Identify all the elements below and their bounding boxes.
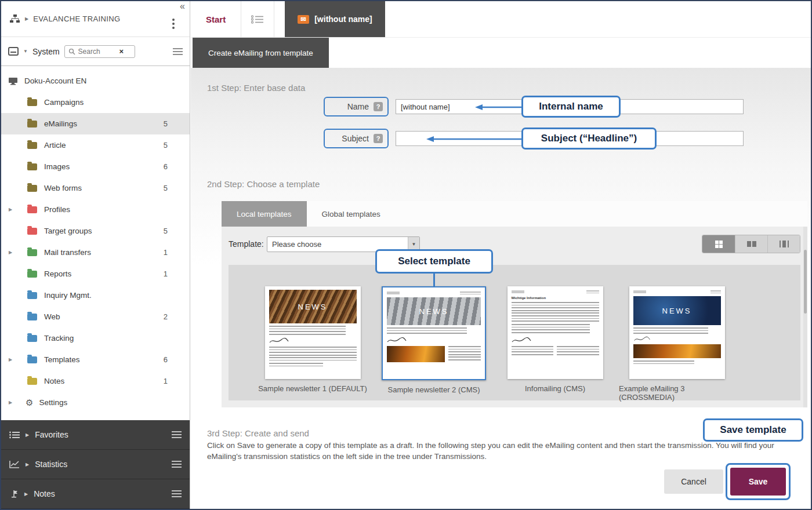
tree-item-templates[interactable]: ▶ Templates 6 xyxy=(1,349,190,370)
tree-item-label: Inquiry Mgmt. xyxy=(44,291,92,300)
template-card-infomailing[interactable]: Wichtige Information xyxy=(507,286,603,379)
sub-tab-bar: Create eMailing from template xyxy=(191,38,811,68)
name-label: Name xyxy=(347,102,369,111)
logo-placeholder xyxy=(633,290,646,293)
kebab-menu-icon[interactable] xyxy=(172,19,175,21)
item-count: 1 xyxy=(164,377,168,385)
expand-arrow-icon[interactable]: ▶ xyxy=(9,250,12,255)
grid-view-button[interactable] xyxy=(702,235,735,253)
cancel-button[interactable]: Cancel xyxy=(664,469,723,494)
expand-arrow-icon[interactable]: ▶ xyxy=(9,207,12,212)
tree-item-tracking[interactable]: Tracking xyxy=(1,327,190,349)
two-column-view-button[interactable] xyxy=(735,235,767,253)
expand-arrow-icon[interactable]: ▶ xyxy=(9,357,12,362)
tree-item-settings[interactable]: ▶ ⚙ Settings xyxy=(1,392,190,413)
collapse-sidebar-icon[interactable]: « xyxy=(180,1,185,12)
folder-icon xyxy=(27,292,37,299)
tree-item-mail-transfers[interactable]: ▶ Mail transfers 1 xyxy=(1,242,190,263)
card-image-placeholder xyxy=(387,346,445,362)
template-card-sample-newsletter-1[interactable]: NEWS xyxy=(265,286,361,379)
hero-text: NEWS xyxy=(662,307,692,315)
name-label-highlight: Name ? xyxy=(324,97,389,116)
annotation-internal-name: Internal name xyxy=(521,96,621,118)
subject-arrow xyxy=(425,134,525,144)
hamburger-icon[interactable] xyxy=(172,431,182,438)
sidebar-section-statistics[interactable]: ▶ Statistics xyxy=(1,450,190,479)
carousel-view-button[interactable] xyxy=(767,235,800,253)
tree-item-label: Target groups xyxy=(44,227,92,235)
tab-start-label: Start xyxy=(206,14,226,24)
hero-text: NEWS xyxy=(419,307,449,316)
annotation-save-template: Save template xyxy=(703,418,803,442)
template-caption: Sample newsletter 2 (CMS) xyxy=(388,385,480,394)
app-window: ▶ EVALANCHE TRAINING « ▼ System × xyxy=(0,0,812,510)
tree-item-inquiry-mgmt[interactable]: Inquiry Mgmt. xyxy=(1,285,190,306)
annotation-select-template: Select template xyxy=(375,249,493,274)
tree-item-article[interactable]: Article 5 xyxy=(1,134,190,156)
sidebar-section-favorites[interactable]: ▶ Favorites xyxy=(1,420,190,450)
top-tab-bar: Start ✉ [without name] xyxy=(191,1,811,38)
placeholder-text-lines xyxy=(448,346,481,362)
tree-item-profiles[interactable]: ▶ Profiles xyxy=(1,199,190,220)
folder-icon xyxy=(27,121,37,128)
signature-squiggle xyxy=(269,337,289,344)
item-count: 5 xyxy=(164,119,168,128)
tree-item-images[interactable]: Images 6 xyxy=(1,156,190,177)
tree-item-label: Mail transfers xyxy=(44,248,91,257)
view-toggle-group xyxy=(702,235,800,253)
tab-local-templates[interactable]: Local templates xyxy=(222,201,307,227)
tree-item-account[interactable]: Doku-Account EN xyxy=(1,70,190,92)
item-count: 6 xyxy=(164,355,168,364)
tree-item-web[interactable]: Web 2 xyxy=(1,306,190,327)
item-count: 5 xyxy=(164,141,168,150)
scrollbar-thumb[interactable] xyxy=(804,250,807,314)
tab-emailing-active[interactable]: ✉ [without name] xyxy=(285,1,385,37)
tree-item-emailings[interactable]: eMailings 5 xyxy=(1,113,190,134)
template-hero-image: NEWS xyxy=(387,297,481,325)
tree-item-label: Doku-Account EN xyxy=(24,76,86,85)
search-input[interactable] xyxy=(78,48,117,56)
tree-item-web-forms[interactable]: Web forms 5 xyxy=(1,177,190,199)
subject-help-icon[interactable]: ? xyxy=(374,134,383,143)
name-help-icon[interactable]: ? xyxy=(374,102,383,111)
template-hero-image: NEWS xyxy=(269,290,357,323)
tab-start[interactable]: Start xyxy=(191,1,241,37)
expand-arrow-icon[interactable]: ▶ xyxy=(9,400,12,405)
tab-list-view[interactable] xyxy=(241,1,274,37)
item-count: 6 xyxy=(164,162,168,171)
template-card-sample-newsletter-2[interactable]: NEWS xyxy=(382,286,486,380)
two-column-view-icon xyxy=(747,241,756,247)
tree-item-notes[interactable]: Notes 1 xyxy=(1,370,190,392)
tree-item-target-groups[interactable]: Target groups 5 xyxy=(1,220,190,242)
select-template-connector-line xyxy=(433,274,435,287)
grid-view-icon xyxy=(715,241,723,248)
header-text-placeholder xyxy=(710,290,721,294)
hamburger-icon[interactable] xyxy=(173,48,183,55)
hamburger-icon[interactable] xyxy=(172,461,182,468)
tree-item-label: Tracking xyxy=(44,334,74,343)
item-count: 5 xyxy=(164,227,168,235)
annotation-subject-headline: Subject (“Headline”) xyxy=(521,128,657,150)
tree-item-reports[interactable]: Reports 1 xyxy=(1,263,190,285)
signature-squiggle xyxy=(512,337,531,344)
system-dropdown[interactable]: System xyxy=(32,47,60,56)
tab-label: Global templates xyxy=(322,210,380,218)
template-caption: Infomailing (CMS) xyxy=(525,384,585,393)
document-title: Wichtige Information xyxy=(512,296,599,300)
folder-icon xyxy=(27,249,37,256)
search-box[interactable]: × xyxy=(64,45,135,58)
wizard-content: 1st Step: Enter base data Name ? Interna… xyxy=(191,68,811,509)
clear-search-icon[interactable]: × xyxy=(119,48,124,55)
hamburger-icon[interactable] xyxy=(172,490,182,497)
logo-placeholder xyxy=(512,290,524,293)
sidebar-section-notes[interactable]: ▶ Notes xyxy=(1,479,190,509)
chevron-down-icon[interactable]: ▼ xyxy=(23,49,28,54)
hero-text: NEWS xyxy=(298,303,328,311)
tree-item-campaigns[interactable]: Campaigns xyxy=(1,92,190,113)
item-count: 2 xyxy=(164,312,168,321)
template-card-example-emailing-3[interactable]: NEWS xyxy=(629,286,725,379)
save-button[interactable]: Save xyxy=(730,468,786,496)
chevron-right-icon: ▶ xyxy=(26,432,29,438)
tab-create-emailing-from-template[interactable]: Create eMailing from template xyxy=(193,38,329,68)
tab-global-templates[interactable]: Global templates xyxy=(307,201,396,227)
